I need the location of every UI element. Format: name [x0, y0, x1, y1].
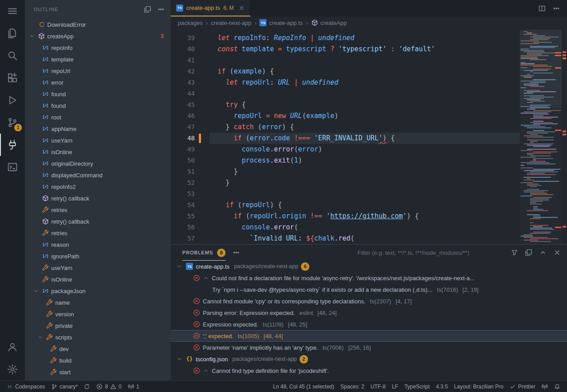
- outline-item[interactable]: createApp3: [25, 30, 171, 42]
- eol-status[interactable]: LF: [389, 381, 401, 392]
- outline-item[interactable]: retries: [25, 204, 171, 216]
- tab-close-icon[interactable]: [238, 5, 245, 11]
- ports-indicator[interactable]: 1: [125, 381, 143, 392]
- outline-item[interactable]: ignorePath: [25, 250, 171, 262]
- ts-version[interactable]: 4.3.5: [433, 381, 451, 392]
- filter-icon[interactable]: [511, 249, 518, 256]
- explorer-button[interactable]: [0, 22, 25, 45]
- remote-explorer-button[interactable]: [0, 134, 25, 156]
- problems-row[interactable]: Try `npm i --save-dev @types/async-retry…: [171, 284, 567, 295]
- outline-item[interactable]: useYarn: [25, 262, 171, 274]
- code-line[interactable]: 45 try {: [171, 99, 520, 110]
- remote-indicator[interactable]: Codespaces: [4, 381, 48, 392]
- breadcrumb-item[interactable]: TScreate-app.ts: [259, 19, 303, 26]
- notifications-button[interactable]: [551, 381, 563, 392]
- outline-item[interactable]: root: [25, 111, 171, 123]
- outline-item[interactable]: version: [25, 308, 171, 320]
- code-line[interactable]: 40 const template = typescript ? 'typesc…: [171, 44, 520, 55]
- code-line[interactable]: 46 repoUrl = new URL(example): [171, 110, 520, 122]
- code-line[interactable]: 48 if (error.code !=== 'ERR_INVALID_URL'…: [171, 133, 520, 144]
- outline-item[interactable]: repoInfo2: [25, 181, 171, 192]
- code-line[interactable]: 39 let repoInfo: RepoInfo | undefined: [171, 33, 520, 44]
- problems-file-row[interactable]: {}tsconfig.jsonpackages/create-next-app2: [171, 353, 567, 365]
- close-panel-icon[interactable]: [554, 249, 561, 256]
- maximize-panel-icon[interactable]: [539, 249, 546, 256]
- outline-item[interactable]: repoInfo: [25, 42, 171, 53]
- outline-item[interactable]: displayedCommand: [25, 169, 171, 181]
- indentation-status[interactable]: Spaces: 2: [337, 381, 367, 392]
- code-line[interactable]: 49 console.error(error): [171, 144, 520, 155]
- outline-item[interactable]: start: [25, 366, 171, 378]
- breadcrumb-item[interactable]: createApp: [311, 19, 347, 26]
- breadcrumb-item[interactable]: create-next-app: [211, 20, 251, 26]
- outline-item[interactable]: isOnline: [25, 146, 171, 158]
- sync-button[interactable]: [81, 381, 93, 392]
- keyboard-layout[interactable]: Layout: Brazilian Pro: [451, 381, 507, 392]
- outline-item[interactable]: repoUrl: [25, 65, 171, 77]
- more-actions-icon[interactable]: [233, 249, 240, 256]
- code-lines[interactable]: 39 let repoInfo: RepoInfo | undefined40 …: [171, 29, 520, 244]
- tab-create-app-ts[interactable]: TS create-app.ts 6, M: [171, 0, 251, 16]
- source-control-button[interactable]: 1: [0, 111, 25, 134]
- problems-row[interactable]: ';' expected.ts(1005)[48, 44]: [171, 330, 567, 342]
- encoding-status[interactable]: UTF-8: [367, 381, 389, 392]
- problems-row[interactable]: Could not find a declaration file for mo…: [171, 272, 567, 284]
- outline-item[interactable]: name: [25, 297, 171, 308]
- outline-item[interactable]: DownloadError: [25, 19, 171, 30]
- code-line[interactable]: 56 console.error(: [171, 222, 520, 233]
- more-actions-icon[interactable]: [157, 6, 164, 13]
- branch-status[interactable]: canary*: [48, 381, 81, 392]
- code-line[interactable]: 55 if (repoUrl.origin !== 'https://githu…: [171, 211, 520, 222]
- outline-item[interactable]: found: [25, 88, 171, 100]
- collapse-all-icon[interactable]: [144, 6, 151, 13]
- code-line[interactable]: 47 } catch (error) {: [171, 122, 520, 133]
- code-line[interactable]: 53: [171, 188, 520, 200]
- collapse-message-button[interactable]: [203, 275, 209, 281]
- remote-tower-button[interactable]: [538, 381, 551, 392]
- code-line[interactable]: 42 if (example) {: [171, 66, 520, 77]
- search-button[interactable]: [0, 45, 25, 67]
- problems-row[interactable]: Parameter 'name' implicitly has an 'any'…: [171, 342, 567, 353]
- tab-problems[interactable]: PROBLEMS 8: [182, 245, 226, 261]
- breadcrumb-item[interactable]: packages: [178, 20, 203, 26]
- outline-item[interactable]: isOnline: [25, 274, 171, 285]
- outline-item[interactable]: found: [25, 100, 171, 111]
- code-line[interactable]: 41: [171, 55, 520, 66]
- terminal-view-button[interactable]: [0, 156, 25, 178]
- outline-item[interactable]: build: [25, 355, 171, 366]
- language-mode[interactable]: TypeScript: [401, 381, 433, 392]
- run-debug-button[interactable]: [0, 89, 25, 111]
- outline-item[interactable]: useYarn: [25, 135, 171, 146]
- account-button[interactable]: [0, 336, 25, 358]
- outline-item[interactable]: dev: [25, 343, 171, 355]
- code-line[interactable]: 52 }: [171, 177, 520, 188]
- outline-item[interactable]: private: [25, 320, 171, 331]
- code-line[interactable]: 44: [171, 88, 520, 99]
- split-editor-icon[interactable]: [538, 5, 546, 12]
- minimap[interactable]: [520, 29, 562, 244]
- problems-row[interactable]: Parsing error: Expression expected.eslin…: [171, 307, 567, 318]
- code-line[interactable]: 57 `Invalid URL: ${chalk.red(: [171, 233, 520, 244]
- view-as-table-icon[interactable]: [525, 249, 532, 256]
- extensions-button[interactable]: [0, 67, 25, 89]
- outline-item[interactable]: scripts: [25, 331, 171, 343]
- problems-row[interactable]: The file is in the program because:: [171, 376, 567, 380]
- collapse-message-button[interactable]: [203, 368, 209, 374]
- filter-input[interactable]: [357, 249, 507, 256]
- cursor-position[interactable]: Ln 48, Col 45 (1 selected): [270, 381, 337, 392]
- editor[interactable]: 39 let repoInfo: RepoInfo | undefined40 …: [171, 29, 567, 244]
- formatter-status[interactable]: Prettier: [506, 381, 538, 392]
- outline-item[interactable]: retries: [25, 227, 171, 239]
- problems-row[interactable]: Expression expected.ts(1109)[48, 25]: [171, 318, 567, 330]
- code-line[interactable]: 43 let repoUrl: URL | undefined: [171, 77, 520, 88]
- problems-file-row[interactable]: TScreate-app.tspackages/create-next-app6: [171, 261, 567, 272]
- more-actions-icon[interactable]: [553, 5, 560, 12]
- outline-item[interactable]: appName: [25, 123, 171, 135]
- outline-item[interactable]: reason: [25, 239, 171, 250]
- outline-item[interactable]: packageJson: [25, 285, 171, 297]
- problems-summary[interactable]: 8 0: [93, 381, 124, 392]
- outline-item[interactable]: originalDirectory: [25, 158, 171, 169]
- problems-row[interactable]: Cannot find type definition file for 'js…: [171, 365, 567, 376]
- menu-button[interactable]: [0, 0, 25, 22]
- outline-item[interactable]: error: [25, 77, 171, 88]
